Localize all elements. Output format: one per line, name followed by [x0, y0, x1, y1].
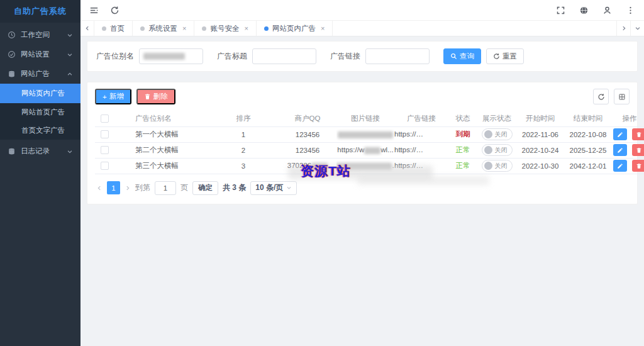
row-checkbox[interactable]: [101, 130, 109, 138]
row-checkbox[interactable]: [101, 162, 109, 170]
collapse-menu-icon[interactable]: [89, 6, 99, 15]
header-qq: 商户QQ: [279, 111, 336, 126]
tabs-scroll-left-icon[interactable]: [80, 21, 94, 36]
sidebar-subitem-page-ads[interactable]: 网站页内广告: [0, 84, 80, 103]
add-button[interactable]: + 新增: [95, 89, 131, 104]
goto-label: 到第: [135, 182, 150, 193]
sidebar-item-site-settings[interactable]: 网站设置: [0, 45, 80, 64]
display-status-toggle[interactable]: 关闭: [482, 160, 513, 172]
sidebar-item-logs[interactable]: 日志记录: [0, 142, 80, 161]
cell-image-link: https://wwl...: [336, 142, 394, 158]
row-checkbox[interactable]: [101, 146, 109, 154]
tab-label: 网站页内广告: [272, 24, 316, 33]
status-badge: 正常: [456, 146, 470, 153]
tab-dot: [102, 26, 106, 31]
display-status-toggle[interactable]: 关闭: [482, 128, 513, 140]
row-delete-button[interactable]: [632, 128, 644, 140]
cell-ad-link: https://: [394, 158, 448, 174]
trash-icon: [636, 147, 642, 153]
search-icon: [450, 53, 457, 60]
delete-button[interactable]: 删除: [136, 89, 175, 104]
tab-close-icon[interactable]: ×: [182, 25, 186, 32]
language-globe-icon[interactable]: [579, 6, 589, 15]
pencil-icon: [617, 131, 623, 138]
title-field-label: 广告标题: [217, 51, 247, 62]
cell-qq: 123456: [279, 142, 336, 158]
alias-search-input[interactable]: [139, 48, 203, 64]
table-header-row: 广告位别名 排序 商户QQ 图片链接 广告链接 状态 展示状态 开始时间 结束时…: [95, 111, 644, 126]
edit-button[interactable]: [613, 128, 627, 140]
content-area: 广告位别名 广告标题 广告链接 查询 重置 +: [80, 36, 644, 346]
header-image-link: 图片链接: [336, 111, 394, 126]
chevron-up-icon: [67, 71, 73, 77]
tab-page-ads[interactable]: 网站页内广告 ×: [257, 21, 333, 36]
cell-end-time: 2022-10-08: [564, 126, 612, 142]
display-status-toggle[interactable]: 关闭: [482, 144, 513, 156]
cell-order: 1: [208, 126, 279, 142]
cell-ad-link: https://: [394, 142, 448, 158]
tabs-scroll-right-icon[interactable]: [616, 21, 630, 36]
reset-button[interactable]: 重置: [486, 48, 524, 64]
trash-icon: [636, 131, 642, 138]
next-page-icon[interactable]: [125, 185, 131, 191]
redacted-value: [364, 147, 380, 154]
tab-account-security[interactable]: 账号安全 ×: [194, 21, 256, 36]
chevron-down-icon: [286, 185, 292, 191]
goto-page-input[interactable]: [155, 181, 176, 195]
edit-button[interactable]: [613, 144, 627, 156]
user-icon[interactable]: [602, 6, 612, 15]
logs-database-icon: [8, 147, 16, 155]
sidebar-subitem-home-text-ads[interactable]: 首页文字广告: [0, 121, 80, 140]
alias-field-label: 广告位别名: [96, 51, 134, 62]
header-ad-link: 广告链接: [394, 111, 448, 126]
tab-system-settings[interactable]: 系统设置 ×: [133, 21, 194, 36]
redacted-value: [338, 131, 393, 138]
column-settings-button[interactable]: [614, 89, 630, 104]
row-delete-button[interactable]: [632, 144, 644, 156]
table-card: + 新增 删除: [87, 82, 638, 204]
cell-order: 2: [208, 142, 279, 158]
sidebar-item-workspace[interactable]: 工作空间: [0, 25, 80, 45]
edit-button[interactable]: [613, 160, 627, 172]
tab-home[interactable]: 首页: [94, 21, 133, 36]
workspace-clock-icon: [8, 31, 16, 39]
tab-close-icon[interactable]: ×: [244, 25, 248, 32]
table-toolbar: + 新增 删除: [95, 89, 630, 104]
total-count-label: 共 3 条: [223, 182, 246, 193]
ads-table: 广告位别名 排序 商户QQ 图片链接 广告链接 状态 展示状态 开始时间 结束时…: [95, 111, 644, 174]
page-number-button[interactable]: 1: [107, 181, 120, 194]
tab-label: 系统设置: [148, 24, 177, 33]
redacted-value: [311, 163, 328, 170]
chevron-down-icon: [67, 148, 73, 155]
header-order: 排序: [208, 111, 279, 126]
chevron-down-icon: [67, 32, 73, 38]
sidebar-subitem-label: 首页文字广告: [21, 126, 65, 135]
cell-qq: 123456: [279, 126, 336, 142]
plus-icon: +: [103, 93, 107, 101]
cell-end-time: 2042-12-01: [564, 158, 612, 174]
more-dots-icon[interactable]: [626, 6, 635, 15]
table-row: 第一个大横幅 1 123456 https:// 到期 关闭 2022-11-0…: [95, 126, 644, 142]
grid-columns-icon: [618, 93, 626, 101]
header-actions: 操作: [612, 111, 644, 126]
prev-page-icon[interactable]: [96, 185, 103, 191]
goto-confirm-button[interactable]: 确定: [192, 181, 218, 195]
sidebar-item-site-ads[interactable]: 网站广告: [0, 64, 80, 84]
query-button[interactable]: 查询: [443, 48, 481, 64]
page-size-select[interactable]: 10 条/页: [250, 181, 297, 195]
refresh-icon[interactable]: [110, 6, 119, 15]
cell-end-time: 2025-12-25: [564, 142, 612, 158]
row-delete-button[interactable]: [632, 160, 644, 172]
header-start-time: 开始时间: [516, 111, 564, 126]
tab-close-icon[interactable]: ×: [321, 25, 325, 32]
page-unit-label: 页: [180, 182, 188, 193]
fullscreen-icon[interactable]: [556, 6, 565, 15]
tabs-menu-caret-icon[interactable]: [630, 21, 644, 36]
link-search-input[interactable]: [365, 48, 430, 64]
title-search-input[interactable]: [252, 48, 316, 64]
header-alias: 广告位别名: [114, 111, 208, 126]
sidebar-subitem-home-ads[interactable]: 网站首页广告: [0, 103, 80, 121]
table-refresh-button[interactable]: [593, 89, 609, 104]
chevron-down-icon: [67, 52, 73, 58]
select-all-checkbox[interactable]: [101, 114, 109, 123]
